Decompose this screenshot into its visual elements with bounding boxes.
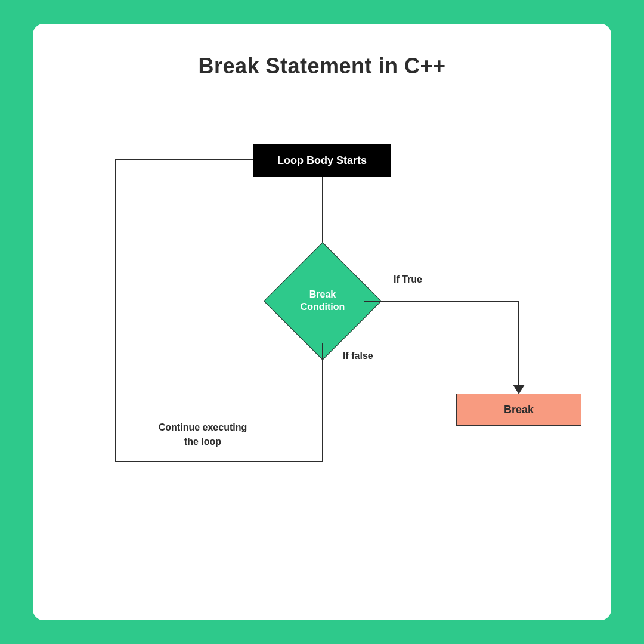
node-break-condition: Break Condition bbox=[281, 259, 364, 343]
condition-text-1: Break bbox=[309, 289, 336, 301]
node-break: Break bbox=[456, 394, 581, 426]
connector-condition-true-h bbox=[364, 301, 519, 302]
node-break-label: Break bbox=[504, 404, 534, 416]
edge-label-false: If false bbox=[343, 351, 373, 361]
continue-text-2: the loop bbox=[184, 436, 221, 447]
arrowhead-icon bbox=[513, 385, 525, 394]
continue-text-1: Continue executing bbox=[159, 422, 247, 432]
connector-condition-false-h2 bbox=[115, 159, 253, 160]
connector-condition-false-h1 bbox=[115, 461, 323, 462]
diagram-card: Break Statement in C++ Loop Body Starts … bbox=[33, 24, 611, 620]
diagram-title: Break Statement in C++ bbox=[33, 54, 611, 79]
node-loop-start: Loop Body Starts bbox=[253, 144, 391, 177]
condition-text-2: Condition bbox=[301, 301, 345, 314]
edge-label-true: If True bbox=[394, 274, 422, 285]
node-break-condition-label: Break Condition bbox=[281, 259, 364, 343]
connector-condition-false-v2 bbox=[115, 159, 116, 462]
continue-loop-label: Continue executing the loop bbox=[137, 420, 268, 449]
connector-condition-false-v1 bbox=[322, 343, 323, 462]
node-loop-start-label: Loop Body Starts bbox=[277, 154, 367, 167]
connector-condition-true-v bbox=[518, 301, 519, 388]
